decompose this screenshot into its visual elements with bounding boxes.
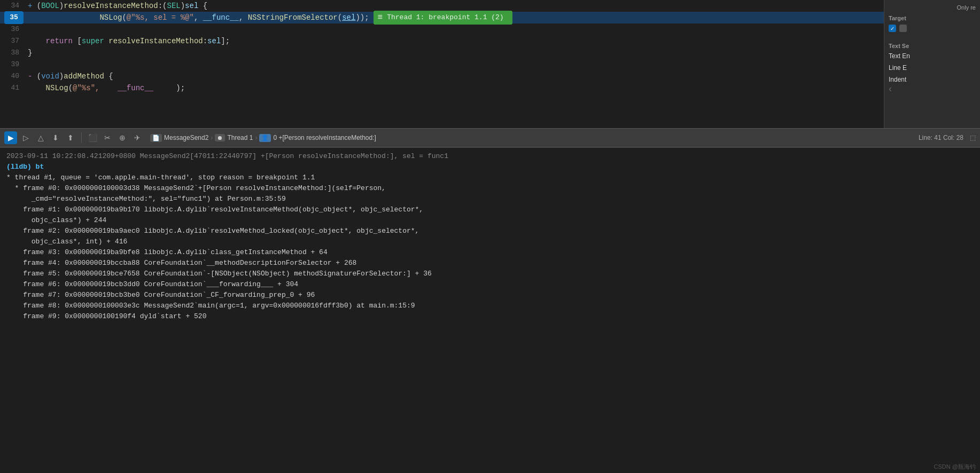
send-button[interactable]: ✈ xyxy=(131,131,144,144)
code-line-38: 38 } xyxy=(0,47,884,59)
line-col-info: Line: 41 Col: 28 xyxy=(919,134,963,141)
console-output-4: objc_class*) + 244 xyxy=(6,215,974,226)
checkbox-checked[interactable]: ✓ xyxy=(889,25,896,32)
breadcrumb-frame: 0 +[Person resolveInstanceMethod:] xyxy=(273,134,376,141)
indent-value: Indent xyxy=(889,76,976,83)
continue-button[interactable]: ▶ xyxy=(4,131,17,144)
console-prompt-line: (lldb) bt xyxy=(6,162,974,172)
target-checkbox-row-1[interactable]: ✓ xyxy=(889,25,976,32)
breadcrumb-thread: Thread 1 xyxy=(227,134,253,141)
indent-arrow-icon: ‹ xyxy=(889,83,976,94)
text-settings-section: Text Se Text En Line E Indent ‹ xyxy=(889,43,976,99)
add-button[interactable]: ⊕ xyxy=(116,131,129,144)
expand-button[interactable]: ⬚ xyxy=(970,134,976,141)
code-line-35: 35 NSLog(@"%s, sel = %@", __func__, NSSt… xyxy=(0,12,884,23)
file-icon: 📄 xyxy=(150,134,162,142)
text-en-value: Text En xyxy=(889,52,976,60)
console-output-13: frame #9: 0x0000000100190f4 dyld`start +… xyxy=(6,311,974,322)
debug-toolbar[interactable]: ▶ ▷ △ ⬇ ⬆ ⬛ ✂ ⊕ ✈ 📄 MessageSend2 › ⏺ Thr… xyxy=(0,128,980,147)
breadcrumb: 📄 MessageSend2 › ⏺ Thread 1 › 👤 0 +[Pers… xyxy=(150,134,376,142)
view-button[interactable]: ⬛ xyxy=(86,131,99,144)
text-en-field: Text En xyxy=(889,52,976,60)
code-line-41: 41 NSLog(@"%s", __func__ ); xyxy=(0,82,884,94)
console-output-8: frame #4: 0x000000019bccba88 CoreFoundat… xyxy=(6,258,974,269)
scissors-button[interactable]: ✂ xyxy=(101,131,114,144)
text-settings-label: Text Se xyxy=(889,43,976,49)
console-output-3: frame #1: 0x000000019ba9b170 libobjc.A.d… xyxy=(6,204,974,215)
console-output-12: frame #8: 0x0000000100003e3c MessageSend… xyxy=(6,301,974,311)
console-output-9: frame #5: 0x000000019bce7658 CoreFoundat… xyxy=(6,269,974,279)
console-output-10: frame #6: 0x000000019bcb3dd0 CoreFoundat… xyxy=(6,279,974,290)
only-re-label: Only re xyxy=(889,4,976,11)
step-up-button[interactable]: ⬆ xyxy=(64,131,77,144)
watermark: CSDN @瓶海钓 xyxy=(934,463,976,471)
console-output-2: _cmd="resolveInstanceMethod:", sel="func… xyxy=(6,194,974,204)
console-output-5: frame #2: 0x000000019ba9aec0 libobjc.A.d… xyxy=(6,226,974,237)
thread-icon: ⏺ xyxy=(215,134,225,141)
step-over-button[interactable]: ▷ xyxy=(19,131,32,144)
target-label: Target xyxy=(889,15,976,21)
console-output-0: * thread #1, queue = 'com.apple.main-thr… xyxy=(6,172,974,183)
code-lines: 34 + (BOOL)resolveInstanceMethod:(SEL)se… xyxy=(0,0,884,128)
step-into-button[interactable]: △ xyxy=(34,131,47,144)
line-endings-value: Line E xyxy=(889,64,976,72)
code-editor[interactable]: 34 + (BOOL)resolveInstanceMethod:(SEL)se… xyxy=(0,0,884,128)
line-endings-field: Line E xyxy=(889,64,976,72)
indent-field: Indent ‹ xyxy=(889,76,976,94)
right-panel: Only re Target ✓ Text Se Text En Line E … xyxy=(884,0,980,128)
console-output-11: frame #7: 0x000000019bcb3be0 CoreFoundat… xyxy=(6,290,974,301)
step-out-button[interactable]: ⬇ xyxy=(49,131,62,144)
toolbar-sep-1 xyxy=(81,132,82,143)
code-line-40: 40 - (void)addMethod { xyxy=(0,70,884,82)
breakpoint-indicator: 35 xyxy=(4,11,24,24)
code-line-37: 37 return [super resolveInstanceMethod:s… xyxy=(0,35,884,47)
breadcrumb-file: MessageSend2 xyxy=(164,134,208,141)
console-output[interactable]: 2023-09-11 10:22:08.421209+0800 MessageS… xyxy=(0,147,980,404)
code-line-39: 39 xyxy=(0,59,884,70)
console-output-7: frame #3: 0x000000019ba9bfe8 libobjc.A.d… xyxy=(6,247,974,258)
person-icon: 👤 xyxy=(259,134,271,142)
checkbox-unchecked[interactable] xyxy=(899,25,907,32)
console-header-line: 2023-09-11 10:22:08.421209+0800 MessageS… xyxy=(6,151,974,162)
console-output-1: * frame #0: 0x0000000100003d38 MessageSe… xyxy=(6,183,974,194)
breakpoint-message: ≡ Thread 1: breakpoint 1.1 (2) xyxy=(374,11,512,25)
console-output-6: objc_class*, int) + 416 xyxy=(6,237,974,247)
